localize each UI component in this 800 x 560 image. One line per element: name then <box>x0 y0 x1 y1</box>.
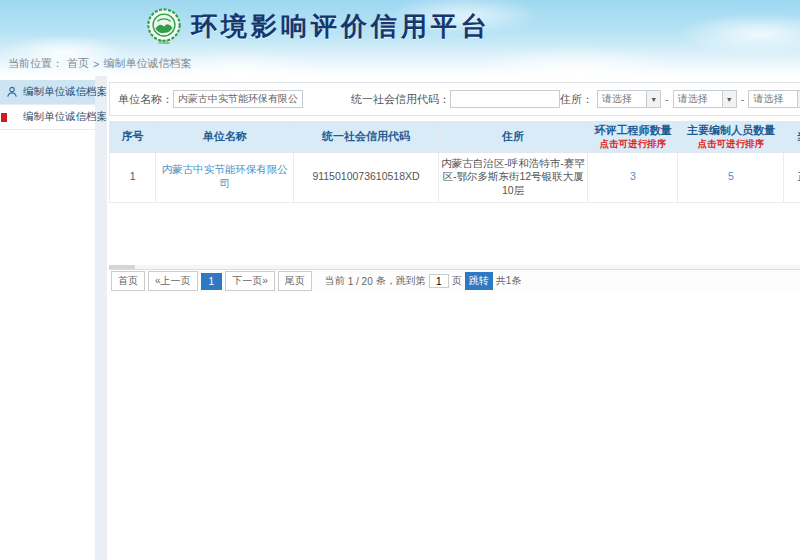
pagination-bar: 首页 «上一页 1 下一页» 尾页 当前 1 / 20 条，跳到第 页 跳转 共… <box>109 269 800 293</box>
cell-status: 正常公开 <box>784 152 800 202</box>
breadcrumb-current: 编制单位诚信档案 <box>103 56 191 71</box>
sidebar-item-unit-credit-archive[interactable]: 编制单位诚信档案 <box>0 105 95 130</box>
engineer-count-link[interactable]: 3 <box>630 170 636 182</box>
main-content: 单位名称： 统一社会信用代码： 住所： 请选择 ▼ - 请选择 ▼ - 请选择 <box>107 76 800 560</box>
select-separator: - <box>665 93 669 105</box>
pagination-total: 共1条 <box>496 274 522 288</box>
sidebar-divider <box>95 76 107 560</box>
table-header-row: 序号 单位名称 统一社会信用代码 住所 环评工程师数量 点击可进行排序 主要编制… <box>110 122 800 153</box>
jump-page-input[interactable] <box>429 274 449 288</box>
cell-index: 1 <box>110 152 156 202</box>
cell-address: 内蒙古自治区-呼和浩特市-赛罕区-鄂尔多斯东街12号银联大厦10层 <box>438 152 588 202</box>
city-select[interactable]: 请选择 ▼ <box>673 90 737 108</box>
district-select[interactable]: 请选择 ▼ <box>748 90 800 108</box>
top-banner: MEE 环境影响评价信用平台 当前位置： 首页 > 编制单位诚信档案 <box>0 0 800 76</box>
current-page-button[interactable]: 1 <box>201 273 223 290</box>
sidebar-item-label: 编制单位诚信档案 <box>23 85 107 99</box>
filter-bar: 单位名称： 统一社会信用代码： 住所： 请选择 ▼ - 请选择 ▼ - 请选择 <box>109 82 800 116</box>
col-header-staff-count-sortable[interactable]: 主要编制人员数量 点击可进行排序 <box>678 122 784 153</box>
mee-logo-icon: MEE <box>145 7 183 45</box>
unit-name-input[interactable] <box>173 90 303 108</box>
pagination-current-label: 当前 <box>325 274 345 288</box>
person-icon <box>6 86 18 98</box>
pagination-info: 当前 1 / 20 条，跳到第 页 跳转 共1条 <box>325 272 522 290</box>
scrollbar-thumb[interactable] <box>109 265 135 269</box>
red-bookmark-icon <box>1 113 7 122</box>
col-header-index: 序号 <box>110 122 156 153</box>
horizontal-scrollbar[interactable] <box>109 265 800 269</box>
breadcrumb-prefix: 当前位置： <box>8 56 63 71</box>
sidebar-item-unit-credit-archive-active[interactable]: 编制单位诚信档案 <box>0 80 95 105</box>
sort-hint: 点击可进行排序 <box>589 138 676 150</box>
next-page-button[interactable]: 下一页» <box>225 271 275 291</box>
unit-name-label: 单位名称： <box>118 92 173 107</box>
table-empty-space <box>109 203 800 265</box>
table-row: 1 内蒙古中实节能环保有限公司 9115010073610518XD 内蒙古自治… <box>110 152 800 202</box>
select-separator: - <box>741 93 745 105</box>
page-title: 环境影响评价信用平台 <box>191 9 491 44</box>
col-header-address: 住所 <box>438 122 588 153</box>
first-page-button[interactable]: 首页 <box>111 271 145 291</box>
last-page-button[interactable]: 尾页 <box>278 271 312 291</box>
col-header-unit-name: 单位名称 <box>156 122 294 153</box>
cell-credit-code: 9115010073610518XD <box>294 152 438 202</box>
credit-code-input[interactable] <box>450 90 560 108</box>
results-table: 序号 单位名称 统一社会信用代码 住所 环评工程师数量 点击可进行排序 主要编制… <box>109 121 800 203</box>
col-header-credit-code: 统一社会信用代码 <box>294 122 438 153</box>
unit-name-link[interactable]: 内蒙古中实节能环保有限公司 <box>162 163 288 189</box>
sort-hint: 点击可进行排序 <box>679 138 782 150</box>
province-select[interactable]: 请选择 ▼ <box>597 90 661 108</box>
pagination-after-fraction: 条，跳到第 <box>376 274 426 288</box>
credit-code-label: 统一社会信用代码： <box>351 92 450 107</box>
pagination-fraction: 1 / 20 <box>348 276 373 287</box>
breadcrumb-separator: > <box>93 58 99 70</box>
prev-page-button[interactable]: «上一页 <box>148 271 198 291</box>
residence-filter-group: 住所： 请选择 ▼ - 请选择 ▼ - 请选择 ▼ <box>560 90 800 108</box>
chevron-down-icon: ▼ <box>646 91 660 107</box>
breadcrumb: 当前位置： 首页 > 编制单位诚信档案 <box>8 56 191 71</box>
staff-count-link[interactable]: 5 <box>728 170 734 182</box>
chevron-down-icon: ▼ <box>722 91 736 107</box>
svg-text:MEE: MEE <box>158 39 170 45</box>
sidebar-item-label: 编制单位诚信档案 <box>23 110 107 124</box>
col-header-status: 当前状态 <box>784 122 800 153</box>
residence-label: 住所： <box>560 92 593 107</box>
sidebar: 编制单位诚信档案 编制单位诚信档案 <box>0 76 95 560</box>
col-header-engineer-count-sortable[interactable]: 环评工程师数量 点击可进行排序 <box>588 122 678 153</box>
jump-button[interactable]: 跳转 <box>465 272 493 290</box>
breadcrumb-home-link[interactable]: 首页 <box>67 56 89 71</box>
pagination-page-word: 页 <box>452 274 462 288</box>
